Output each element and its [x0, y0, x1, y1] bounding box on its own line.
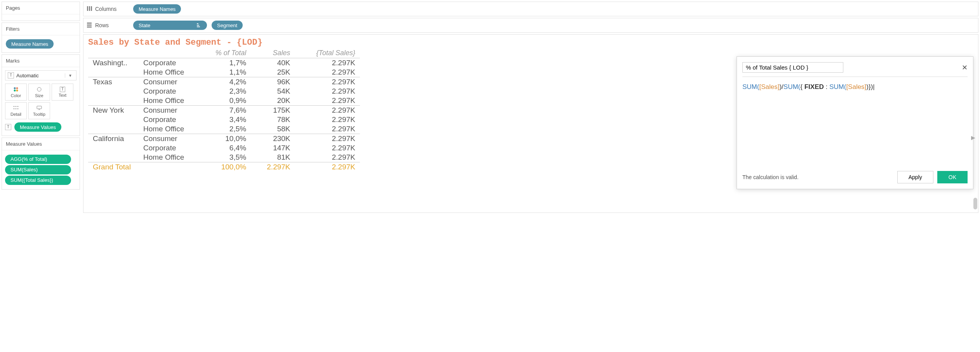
svg-rect-20	[197, 26, 200, 27]
cell-sales: 81K	[251, 153, 295, 162]
svg-point-3	[16, 90, 18, 92]
table-row[interactable]: New YorkConsumer7,6%175K2.297K	[88, 106, 360, 115]
cell-pct: 2,5%	[197, 124, 251, 134]
col-header-sales[interactable]: Sales	[251, 48, 295, 58]
svg-point-1	[16, 87, 18, 89]
grand-total-row[interactable]: Grand Total100,0%2.297K2.297K	[88, 162, 360, 172]
pill-label: Measure Values	[20, 124, 56, 130]
cell-sales: 58K	[251, 124, 295, 134]
text-icon: T	[60, 87, 65, 92]
filter-pill-measure-names[interactable]: Measure Names	[6, 39, 54, 49]
calc-formula-editor[interactable]: SUM([Sales])/SUM({ FIXED : SUM([Sales])}…	[742, 82, 968, 171]
cell-total: 2.297K	[295, 58, 360, 68]
col-header-total[interactable]: {Total Sales}	[295, 48, 360, 58]
marks-text-button[interactable]: T Text	[52, 84, 73, 101]
cell-state: New York	[88, 106, 139, 115]
sheet-title: Sales by State and Segment - {LOD}	[88, 38, 973, 47]
table-row[interactable]: TexasConsumer4,2%96K2.297K	[88, 77, 360, 87]
text-encoding-pill[interactable]: Measure Values	[14, 122, 61, 132]
cell-sales: 175K	[251, 106, 295, 115]
cell-pct: 6,4%	[197, 143, 251, 153]
pill-label: Measure Names	[139, 6, 175, 12]
marks-type-dropdown[interactable]: T Automatic ▼	[5, 70, 76, 80]
rows-shelf[interactable]: Rows State Segment	[83, 18, 978, 33]
rows-pill-state[interactable]: State	[133, 21, 207, 30]
cell-state	[88, 68, 139, 77]
marks-size-button[interactable]: Size	[28, 84, 50, 101]
table-row[interactable]: Home Office2,5%58K2.297K	[88, 124, 360, 134]
svg-rect-11	[37, 106, 42, 109]
svg-point-7	[17, 106, 18, 107]
cell-segment: Consumer	[139, 106, 197, 115]
measure-values-pill[interactable]: AGG(% of Total)	[5, 155, 71, 164]
svg-point-5	[14, 106, 14, 107]
cell-total: 2.297K	[295, 68, 360, 77]
cell-segment: Corporate	[139, 58, 197, 68]
cell-pct: 3,5%	[197, 153, 251, 162]
table-row[interactable]: Corporate3,4%78K2.297K	[88, 115, 360, 124]
col-header-pct[interactable]: % of Total	[197, 48, 251, 58]
table-row[interactable]: Corporate2,3%54K2.297K	[88, 87, 360, 96]
measure-values-card: Measure Values AGG(% of Total)SUM(Sales)…	[2, 138, 80, 190]
pill-label: State	[139, 23, 150, 28]
rows-pill-segment[interactable]: Segment	[212, 21, 243, 30]
svg-point-4	[37, 87, 41, 91]
cell-state: Texas	[88, 77, 139, 87]
cell-pct: 7,6%	[197, 106, 251, 115]
calc-name-input[interactable]	[742, 62, 843, 73]
table-row[interactable]: Home Office3,5%81K2.297K	[88, 153, 360, 162]
cell-segment: Home Office	[139, 153, 197, 162]
columns-shelf[interactable]: Columns Measure Names	[83, 2, 978, 16]
pill-label: Measure Names	[11, 41, 48, 47]
cell-pct: 4,2%	[197, 77, 251, 87]
table-row[interactable]: Washingt..Corporate1,7%40K2.297K	[88, 58, 360, 68]
table-row[interactable]: CaliforniaConsumer10,0%230K2.297K	[88, 134, 360, 144]
cell-sales: 96K	[251, 77, 295, 87]
measure-values-header: Measure Values	[2, 138, 80, 150]
marks-tooltip-button[interactable]: Tooltip	[28, 102, 50, 119]
columns-pill-measure-names[interactable]: Measure Names	[133, 4, 181, 14]
cell-segment: Corporate	[139, 115, 197, 124]
measure-values-pill[interactable]: SUM({Total Sales})	[5, 176, 71, 185]
cell-state	[88, 153, 139, 162]
table-row[interactable]: Home Office0,9%20K2.297K	[88, 96, 360, 106]
filters-header: Filters	[2, 23, 80, 35]
close-icon[interactable]: ✕	[962, 63, 968, 72]
svg-point-0	[14, 87, 16, 89]
table-row[interactable]: Corporate6,4%147K2.297K	[88, 143, 360, 153]
svg-point-10	[17, 108, 18, 109]
svg-point-8	[14, 108, 14, 109]
text-type-icon: T	[8, 72, 14, 78]
columns-label: Columns	[95, 6, 116, 12]
marks-detail-button[interactable]: Detail	[5, 102, 27, 119]
pill-label: Segment	[217, 23, 237, 28]
scrollbar-thumb[interactable]	[973, 198, 977, 209]
cell-total: 2.297K	[295, 87, 360, 96]
marks-color-button[interactable]: Color	[5, 84, 27, 101]
cell-state	[88, 96, 139, 106]
expand-arrow-icon[interactable]: ▶	[971, 134, 975, 141]
cell-sales: 78K	[251, 115, 295, 124]
cell-segment: Home Office	[139, 124, 197, 134]
svg-point-9	[16, 108, 16, 109]
cell-total: 2.297K	[295, 124, 360, 134]
cell-segment: Consumer	[139, 134, 197, 144]
filters-card: Filters Measure Names	[2, 23, 80, 53]
rows-label: Rows	[95, 22, 109, 28]
grand-total-label: Grand Total	[88, 162, 197, 172]
cell-pct: 10,0%	[197, 134, 251, 144]
cell-total: 2.297K	[295, 143, 360, 153]
cell-sales: 20K	[251, 96, 295, 106]
apply-button[interactable]: Apply	[897, 171, 933, 183]
table-row[interactable]: Home Office1,1%25K2.297K	[88, 68, 360, 77]
pages-card: Pages	[2, 2, 80, 21]
cell-sales: 230K	[251, 134, 295, 144]
cell-state	[88, 87, 139, 96]
measure-values-pill[interactable]: SUM(Sales)	[5, 165, 71, 174]
cell-pct: 3,4%	[197, 115, 251, 124]
cell-pct: 100,0%	[197, 162, 251, 172]
text-encoding-icon: T	[5, 124, 11, 130]
svg-rect-17	[87, 26, 92, 28]
ok-button[interactable]: OK	[937, 171, 968, 183]
svg-rect-18	[197, 23, 198, 24]
